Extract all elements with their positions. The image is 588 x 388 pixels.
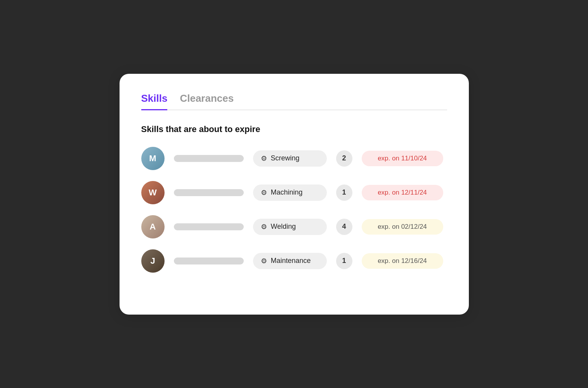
rows-container: M ⚙ Screwing 2 exp. on 11/10/24 W ⚙ Mach… bbox=[141, 147, 447, 273]
count-badge: 1 bbox=[336, 184, 352, 201]
count-badge: 2 bbox=[336, 150, 352, 167]
tab-skills[interactable]: Skills bbox=[141, 92, 168, 110]
avatar: A bbox=[141, 215, 165, 238]
skill-label: Welding bbox=[271, 223, 296, 231]
section-title: Skills that are about to expire bbox=[141, 124, 447, 134]
count-badge: 4 bbox=[336, 219, 352, 235]
expiry-badge: exp. on 12/16/24 bbox=[362, 253, 443, 269]
expiry-badge: exp. on 02/12/24 bbox=[362, 219, 443, 235]
main-card: Skills Clearances Skills that are about … bbox=[120, 74, 469, 315]
wrench-icon: ⚙ bbox=[261, 223, 267, 231]
avatar-initials: J bbox=[141, 249, 165, 273]
expiry-badge: exp. on 12/11/24 bbox=[362, 185, 443, 200]
tab-clearances[interactable]: Clearances bbox=[180, 92, 234, 110]
avatar-initials: A bbox=[141, 215, 165, 238]
name-placeholder bbox=[174, 223, 244, 230]
name-placeholder bbox=[174, 189, 244, 196]
wrench-icon: ⚙ bbox=[261, 154, 267, 163]
table-row: M ⚙ Screwing 2 exp. on 11/10/24 bbox=[141, 147, 447, 170]
wrench-icon: ⚙ bbox=[261, 188, 267, 197]
table-row: J ⚙ Maintenance 1 exp. on 12/16/24 bbox=[141, 249, 447, 273]
avatar: W bbox=[141, 181, 165, 204]
avatar-initials: M bbox=[141, 147, 165, 170]
table-row: W ⚙ Machining 1 exp. on 12/11/24 bbox=[141, 181, 447, 204]
skill-label: Screwing bbox=[271, 154, 300, 162]
wrench-icon: ⚙ bbox=[261, 257, 267, 265]
skill-label: Maintenance bbox=[271, 257, 311, 265]
avatar: M bbox=[141, 147, 165, 170]
avatar: J bbox=[141, 249, 165, 273]
name-placeholder bbox=[174, 155, 244, 162]
skill-badge: ⚙ Machining bbox=[253, 184, 327, 201]
skill-badge: ⚙ Screwing bbox=[253, 150, 327, 167]
skill-badge: ⚙ Welding bbox=[253, 219, 327, 235]
tabs-container: Skills Clearances bbox=[141, 92, 447, 110]
name-placeholder bbox=[174, 258, 244, 264]
count-badge: 1 bbox=[336, 253, 352, 269]
skill-badge: ⚙ Maintenance bbox=[253, 253, 327, 269]
skill-label: Machining bbox=[271, 188, 303, 197]
expiry-badge: exp. on 11/10/24 bbox=[362, 151, 443, 166]
avatar-initials: W bbox=[141, 181, 165, 204]
table-row: A ⚙ Welding 4 exp. on 02/12/24 bbox=[141, 215, 447, 238]
